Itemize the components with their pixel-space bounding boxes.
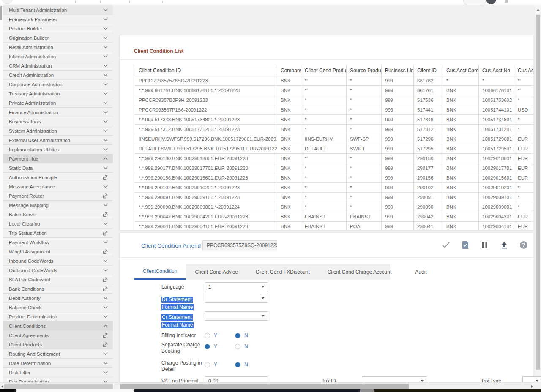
table-cell: BNK: [277, 134, 301, 144]
table-row[interactable]: PPCCR09357B3P9H-20091223BNK**999517536BN…: [134, 95, 534, 105]
sidebar-item-multi-tenant-administration[interactable]: Multi Tenant Administration: [3, 5, 113, 15]
sidebar-item-external-user-administration[interactable]: External User Administration: [3, 136, 113, 145]
table-cell: BNK: [443, 95, 479, 105]
table-row[interactable]: *.*.999.517312.BNK.10051731201.*-2009122…: [134, 125, 534, 134]
table-row[interactable]: *.*.999.290102.BNK.10029010201.*-2009122…: [134, 183, 534, 193]
table-cell: BNK: [443, 115, 479, 125]
sidebar-scrollbar-thumb[interactable]: [0, 6, 2, 20]
sidebar-item-treasury-administration[interactable]: Treasury Administration: [3, 89, 113, 98]
sidebar-item-batch-server[interactable]: Batch Server: [3, 210, 113, 219]
table-row[interactable]: IINSEURHV.SWFSP.999.517296.BNK.100517296…: [134, 134, 534, 144]
table-row[interactable]: *.*.999.661761.BNK.10066176101.*-2009122…: [134, 86, 534, 95]
sidebar-item-label: SLA Per Codeword: [9, 277, 103, 282]
page-vertical-scrollbar[interactable]: [535, 5, 541, 382]
radio-n-selected[interactable]: [235, 362, 240, 368]
radio-y[interactable]: [205, 333, 210, 338]
sidebar-item-implementation-utilities[interactable]: Implementation Utilities: [3, 145, 113, 154]
sidebar-item-finance-administration[interactable]: Finance Administration: [3, 108, 113, 117]
column-header-cus-acct-comp[interactable]: Cus Acct Comp: [443, 65, 479, 76]
vertical-scrollbar-thumb[interactable]: [536, 15, 540, 370]
scroll-up-arrow-icon[interactable]: [536, 9, 540, 11]
table-row[interactable]: *.*.999.290177.BNK.10029017701.EUR-20091…: [134, 163, 534, 173]
column-header-source-product[interactable]: Source Product: [347, 65, 382, 76]
sidebar-horizontal-scrollbar[interactable]: [0, 382, 113, 390]
table-row[interactable]: DEFAULT.SWIFT.999.517295.BNK.10051729501…: [134, 144, 534, 154]
sidebar-item-framework-parameter[interactable]: Framework Parameter: [3, 15, 113, 24]
table-row[interactable]: *.*.999.290041.BNK.10029004101.EUR-20091…: [134, 222, 534, 230]
sidebar-item-client-conditions[interactable]: Client Conditions: [3, 321, 113, 331]
sidebar-item-payment-hub[interactable]: Payment Hub: [3, 154, 113, 163]
column-header-cus-acct[interactable]: Cus Acct: [514, 65, 534, 76]
column-header-client-cond-product[interactable]: Client Cond Product: [301, 65, 347, 76]
sidebar-item-label: CRM Administration: [9, 63, 103, 68]
main-horizontal-scrollbar[interactable]: [113, 382, 535, 390]
sidebar-item-risk-filter[interactable]: Risk Filter: [3, 368, 113, 377]
table-cell: IINS-EURHV: [301, 134, 347, 144]
radio-y[interactable]: [205, 362, 210, 368]
sidebar-item-date-determination[interactable]: Date Determination: [3, 359, 113, 368]
sidebar-item-business-tools[interactable]: Business Tools: [3, 117, 113, 126]
sidebar-item-message-acceptance[interactable]: Message Acceptance: [3, 182, 113, 191]
scroll-left-arrow-icon[interactable]: [1, 385, 3, 388]
column-header-company[interactable]: Company: [277, 65, 301, 76]
sidebar-item-local-clearing[interactable]: Local Clearing: [3, 219, 113, 229]
table-cell: BNK: [443, 163, 479, 173]
sidebar-item-client-agreements[interactable]: Client Agreements: [3, 331, 113, 340]
sidebar-item-product-determination[interactable]: Product Determination: [3, 312, 113, 321]
sidebar-item-message-mapping[interactable]: Message Mapping: [3, 201, 113, 210]
table-row[interactable]: *.*.999.290042.BNK.10029004201.EUR-20091…: [134, 212, 534, 222]
sidebar-item-credit-administration[interactable]: Credit Administration: [3, 71, 113, 80]
sidebar-item-authorisation-principle[interactable]: Authorisation Principle: [3, 173, 113, 182]
sidebar-item-inbound-codewords[interactable]: Inbound CodeWords: [3, 256, 113, 266]
table-row[interactable]: *.*.999.517348.BNK.10051734801.*-2009122…: [134, 115, 534, 125]
sidebar-item-retail-administration[interactable]: Retail Administration: [3, 43, 113, 52]
sidebar-item-sla-per-codeword[interactable]: SLA Per Codeword: [3, 275, 113, 284]
table-cell: 10051744101: [479, 105, 514, 115]
language-select[interactable]: 1: [205, 282, 268, 291]
table-row[interactable]: *.*.999.290090.BNK.10029009001.*-2009122…: [134, 202, 534, 212]
sidebar-item-system-administration[interactable]: System Administration: [3, 126, 113, 136]
sidebar-item-private-administration[interactable]: Private Administration: [3, 98, 113, 108]
radio-n[interactable]: [235, 344, 240, 349]
sidebar-item-corporate-administration[interactable]: Corporate Administration: [3, 80, 113, 89]
table-row[interactable]: PPCCR093575Z8SQ-20091223BNK**999661762**…: [134, 76, 534, 86]
column-header-business-line[interactable]: Business Line: [382, 65, 414, 76]
table-row[interactable]: *.*.999.290180.BNK.10029018001.EUR-20091…: [134, 154, 534, 163]
sidebar-item-label: Message Mapping: [9, 203, 103, 208]
sidebar-item-balance-check[interactable]: Balance Check: [3, 303, 113, 312]
sidebar-item-label: Finance Administration: [9, 110, 103, 115]
sidebar-item-client-products[interactable]: Client Products: [3, 340, 113, 349]
table-row[interactable]: PPCCR093567P1S6-20091222BNK**999517441BN…: [134, 105, 534, 115]
column-header-client-id[interactable]: Client ID: [414, 65, 443, 76]
table-cell: *: [443, 76, 479, 86]
dr-statement-format-select[interactable]: [205, 294, 268, 303]
sidebar-item-payment-router[interactable]: Payment Router: [3, 191, 113, 201]
sidebar-item-weight-assignment[interactable]: Weight Assignment: [3, 247, 113, 256]
table-row[interactable]: *.*.999.290156.BNK.10029015601.EUR-20091…: [134, 173, 534, 183]
sidebar-item-debit-authority[interactable]: Debit Authority: [3, 294, 113, 303]
cr-statement-format-select[interactable]: [205, 311, 268, 321]
sidebar-item-crm-administration[interactable]: CRM Administration: [3, 61, 113, 71]
sidebar-hscroll-thumb[interactable]: [4, 384, 113, 389]
main-hscroll-thumb[interactable]: [120, 384, 409, 389]
sidebar-item-payment-workflow[interactable]: Payment Workflow: [3, 238, 113, 247]
radio-n-selected[interactable]: [235, 333, 240, 338]
sidebar-item-outbound-codewords[interactable]: Outbound CodeWords: [3, 266, 113, 275]
sidebar-item-static-data[interactable]: Static Data: [3, 163, 113, 173]
table-row[interactable]: *.*.999.290091.BNK.10029009101.*-2009122…: [134, 193, 534, 202]
scroll-right-arrow-icon[interactable]: [531, 385, 533, 388]
sidebar-item-trip-status-action[interactable]: Trip Status Action: [3, 229, 113, 238]
column-header-client-condition-id[interactable]: Client Condition ID: [134, 65, 277, 76]
column-header-cus-acct-no[interactable]: Cus Acct No: [479, 65, 514, 76]
back-button-partial[interactable]: [2, 0, 13, 4]
table-cell: POA: [347, 222, 382, 230]
table-cell: SWIFT: [347, 144, 382, 154]
user-avatar[interactable]: [486, 0, 496, 4]
sidebar-item-origination-builder[interactable]: Origination Builder: [3, 33, 113, 43]
sidebar-item-routing-and-settlement[interactable]: Routing And Settlement: [3, 349, 113, 359]
sidebar-scrollbar[interactable]: [0, 5, 3, 383]
sidebar-item-bank-conditions[interactable]: Bank Conditions: [3, 284, 113, 294]
sidebar-item-product-builder[interactable]: Product Builder: [3, 24, 113, 33]
radio-y-selected[interactable]: [205, 344, 210, 349]
sidebar-item-islamic-administration[interactable]: Islamic Administration: [3, 52, 113, 61]
